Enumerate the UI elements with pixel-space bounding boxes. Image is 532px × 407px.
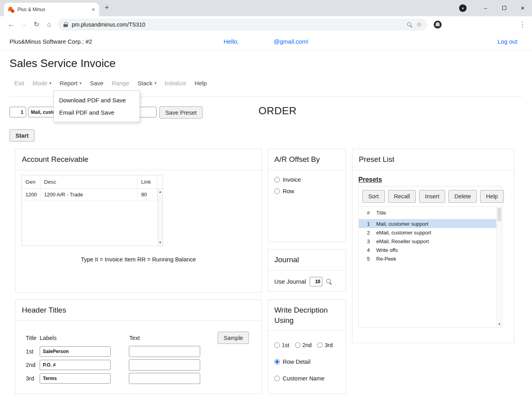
tab-title: Plus & Minus <box>17 7 88 12</box>
radio-icon <box>317 342 323 348</box>
address-bar: ← → ↻ ⌂ pm.plusandminus.com/TS310 ☆ ⋮ <box>0 16 532 33</box>
scroll-down-icon[interactable]: ▼ <box>497 323 502 326</box>
table-note: Type II = Invoice Item RR = Running Bala… <box>15 256 261 263</box>
bookmark-star-icon[interactable]: ☆ <box>416 21 422 28</box>
radio-row[interactable]: Row <box>274 188 339 194</box>
preset-row[interactable]: 3 eMail, Reseller support <box>359 237 496 246</box>
header-title-row: 3rd <box>26 373 200 384</box>
account-receivable-table: Gen Desc Link 1200 1200 A/R - Trade 90 ▲… <box>21 175 163 246</box>
tab-close-icon[interactable]: ✕ <box>92 7 95 12</box>
label-input-2nd[interactable] <box>40 360 111 370</box>
table-header-row: Gen Desc Link <box>22 175 163 189</box>
scroll-up-icon[interactable]: ▲ <box>158 190 163 194</box>
menu-item-email-pdf[interactable]: Email PDF and Save <box>54 106 140 119</box>
menu-item-range[interactable]: Range <box>112 80 129 86</box>
site-header: Plus&Minus Software Corp.: #2 Hello,@gma… <box>0 33 532 51</box>
browser-tab-bar: Plus & Minus ✕ + ▾ – ✕ <box>0 0 532 16</box>
window-controls: ▾ – ✕ <box>459 0 532 16</box>
radio-3rd[interactable]: 3rd <box>317 342 333 348</box>
preset-row[interactable]: 4 Write offs <box>359 246 496 254</box>
radio-icon <box>274 342 280 348</box>
radio-icon <box>274 376 280 381</box>
chevron-down-icon: ▾ <box>50 81 52 85</box>
text-input-2nd[interactable] <box>129 359 200 371</box>
radio-2nd[interactable]: 2nd <box>295 342 312 348</box>
table-header-row: # Title <box>359 207 496 219</box>
text-input-3rd[interactable] <box>129 373 200 384</box>
delete-button[interactable]: Delete <box>448 190 477 203</box>
scroll-down-icon[interactable]: ▼ <box>158 241 163 244</box>
url-text: pm.plusandminus.com/TS310 <box>72 21 403 28</box>
text-input-1st[interactable] <box>129 346 200 357</box>
presets-link[interactable]: Presets <box>358 176 382 183</box>
label-input-1st[interactable] <box>40 346 111 357</box>
url-field[interactable]: pm.plusandminus.com/TS310 ☆ <box>58 19 427 31</box>
menu-bar: Exit Mode▾ Report▾ Save Range Stack▾ Ini… <box>14 80 207 86</box>
menu-item-exit[interactable]: Exit <box>14 80 24 86</box>
account-receivable-panel: Account Receivable Gen Desc Link 1200 12… <box>15 149 262 293</box>
menu-item-help[interactable]: Help <box>195 80 207 86</box>
browser-menu-icon[interactable]: ⋮ <box>519 20 526 29</box>
page-title: Sales Service Invoice <box>10 57 116 70</box>
site-favicon-icon <box>8 6 14 13</box>
preset-row[interactable]: 2 eMail, customer support <box>359 228 496 237</box>
preset-row[interactable]: 5 Re-Peek <box>359 254 496 263</box>
back-icon[interactable]: ← <box>5 21 17 29</box>
radio-1st[interactable]: 1st <box>274 342 289 348</box>
maximize-icon <box>502 6 506 10</box>
recall-button[interactable]: Recall <box>388 190 416 203</box>
home-icon[interactable]: ⌂ <box>43 21 55 29</box>
menu-item-download-pdf[interactable]: Download PDF and Save <box>54 94 140 106</box>
menu-item-initialize[interactable]: Initialize <box>165 80 186 86</box>
minimize-button[interactable]: – <box>476 5 495 11</box>
maximize-button[interactable] <box>495 5 513 11</box>
preset-list-panel: Preset List Presets Sort Recall Insert D… <box>352 149 514 343</box>
save-preset-button[interactable]: Save Preset <box>159 106 203 119</box>
radio-icon <box>274 177 280 182</box>
new-tab-button[interactable]: + <box>105 3 109 12</box>
sample-button[interactable]: Sample <box>218 332 249 344</box>
panel-title: Header Titles <box>15 300 261 321</box>
header-title-row: 1st <box>26 346 200 357</box>
panel-title: A/R Offset By <box>268 149 346 170</box>
menu-item-report[interactable]: Report▾ <box>60 80 82 86</box>
radio-customer-name[interactable]: Customer Name <box>274 375 339 382</box>
browser-profile-icon[interactable]: ▾ <box>459 4 467 12</box>
preset-number-input[interactable] <box>10 107 26 117</box>
start-button[interactable]: Start <box>10 129 34 142</box>
journal-panel: Journal Use Journal <box>268 249 346 292</box>
preset-row[interactable]: 1 Mail, customer support <box>359 219 496 228</box>
panel-title: Write Decription Using <box>268 300 346 331</box>
panel-title: Journal <box>268 250 346 271</box>
browser-window: Plus & Minus ✕ + ▾ – ✕ ← → ↻ ⌂ pm.plusan… <box>0 0 532 407</box>
journal-number-input[interactable] <box>310 277 322 286</box>
menu-item-stack[interactable]: Stack▾ <box>138 80 157 86</box>
chevron-down-icon: ▾ <box>155 81 157 85</box>
extension-icon[interactable] <box>434 21 442 29</box>
menu-item-save[interactable]: Save <box>90 80 103 86</box>
sort-button[interactable]: Sort <box>362 190 385 203</box>
radio-row-detail[interactable]: Row Detail <box>274 359 339 365</box>
help-button[interactable]: Help <box>480 190 504 203</box>
close-button[interactable]: ✕ <box>513 5 532 11</box>
scrollbar-thumb[interactable] <box>498 208 501 221</box>
logout-link[interactable]: Log out <box>498 33 517 50</box>
menu-item-mode[interactable]: Mode▾ <box>33 80 52 86</box>
label-input-3rd[interactable] <box>40 373 111 384</box>
chevron-down-icon: ▾ <box>80 81 82 85</box>
zoom-icon[interactable] <box>407 22 412 27</box>
insert-button[interactable]: Insert <box>419 190 445 203</box>
ordinal-radio-group: 1st 2nd 3rd <box>274 342 339 348</box>
radio-icon <box>274 188 280 194</box>
column-label-text: Text <box>129 335 140 341</box>
lock-icon <box>63 22 68 27</box>
browser-tab[interactable]: Plus & Minus ✕ <box>4 3 99 16</box>
radio-invoice[interactable]: Invoice <box>274 177 339 183</box>
use-journal-label: Use Journal <box>274 278 306 285</box>
reload-icon[interactable]: ↻ <box>30 20 43 29</box>
scrollbar[interactable]: ▲ ▼ <box>157 189 163 246</box>
presets-toolbar: Sort Recall Insert Delete Help <box>359 186 502 206</box>
table-row[interactable]: 1200 1200 A/R - Trade 90 <box>22 189 157 201</box>
scrollbar[interactable]: ▼ <box>496 206 502 327</box>
search-icon[interactable] <box>326 278 332 284</box>
